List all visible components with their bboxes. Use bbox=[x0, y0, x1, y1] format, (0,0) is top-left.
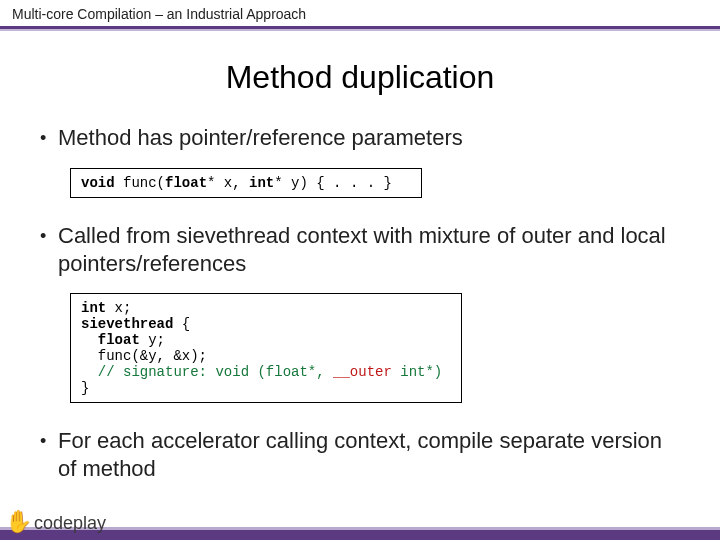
bullet-3: • For each accelerator calling context, … bbox=[40, 427, 680, 482]
bullet-1: • Method has pointer/reference parameter… bbox=[40, 124, 680, 152]
bullet-2-text: Called from sievethread context with mix… bbox=[58, 222, 680, 277]
c2l5c: int*) bbox=[392, 364, 442, 380]
bullet-dot-icon: • bbox=[40, 124, 58, 152]
bullet-2: • Called from sievethread context with m… bbox=[40, 222, 680, 277]
slide-title: Method duplication bbox=[0, 59, 720, 96]
slide-footer bbox=[0, 527, 720, 540]
kw-sievethread: sievethread bbox=[81, 316, 173, 332]
hand-icon: ✋ bbox=[5, 509, 32, 534]
kw-float2: float bbox=[81, 332, 140, 348]
bullet-1-text: Method has pointer/reference parameters bbox=[58, 124, 680, 152]
c2l2t: { bbox=[173, 316, 190, 332]
logo-text: codeplay bbox=[34, 513, 106, 533]
c2l5a: // signature: void (float*, bbox=[81, 364, 333, 380]
c2l4: func(&y, &x); bbox=[81, 348, 207, 364]
codeplay-logo: ✋codeplay bbox=[5, 509, 106, 535]
kw-int2: int bbox=[81, 300, 106, 316]
kw-float: float bbox=[165, 175, 207, 191]
footer-rule-dark bbox=[0, 530, 720, 540]
code1-t1: func( bbox=[115, 175, 165, 191]
kw-int: int bbox=[249, 175, 274, 191]
header-rule-light bbox=[0, 29, 720, 31]
bullet-dot-icon: • bbox=[40, 427, 58, 455]
c2l1t: x; bbox=[106, 300, 131, 316]
bullet-3-text: For each accelerator calling context, co… bbox=[58, 427, 680, 482]
c2l6: } bbox=[81, 380, 89, 396]
code-box-2: int x; sievethread { float y; func(&y, &… bbox=[70, 293, 462, 403]
code-box-1: void func(float* x, int* y) { . . . } bbox=[70, 168, 422, 198]
slide-body: • Method has pointer/reference parameter… bbox=[0, 124, 720, 482]
code1-t3: * y) { . . . } bbox=[274, 175, 392, 191]
slide-header: Multi-core Compilation – an Industrial A… bbox=[0, 0, 720, 26]
kw-void: void bbox=[81, 175, 115, 191]
bullet-dot-icon: • bbox=[40, 222, 58, 250]
c2l5b: __outer bbox=[333, 364, 392, 380]
c2l3t: y; bbox=[140, 332, 165, 348]
code1-t2: * x, bbox=[207, 175, 249, 191]
